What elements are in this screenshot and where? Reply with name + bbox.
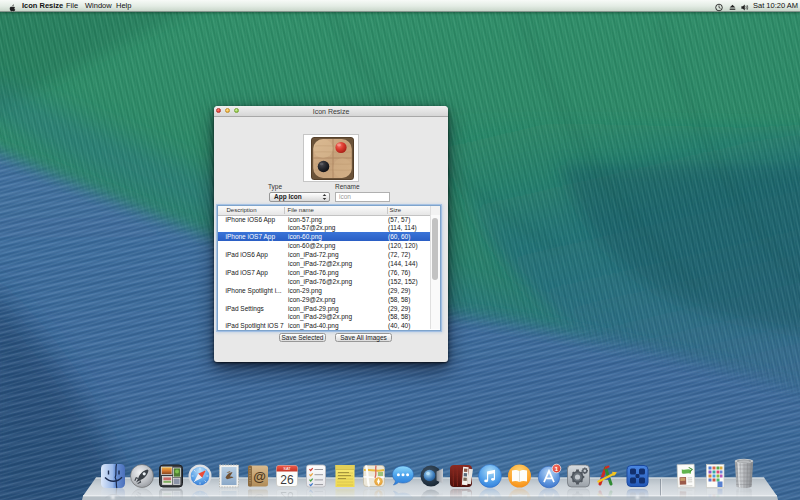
svg-text:26: 26 <box>280 473 294 487</box>
svg-text:@: @ <box>253 469 266 484</box>
svg-text:SAT: SAT <box>283 466 291 471</box>
